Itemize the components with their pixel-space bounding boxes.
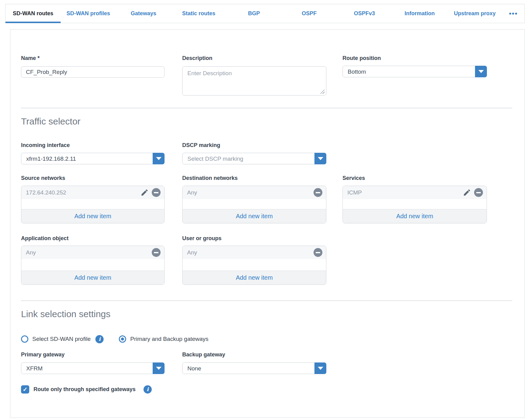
user-or-groups-label: User or groups	[182, 235, 222, 242]
edit-icon[interactable]	[463, 188, 471, 197]
list-item: ICMP	[343, 186, 487, 199]
name-label: Name *	[21, 55, 40, 61]
list-item-value: Any	[187, 189, 314, 196]
list-spacer	[21, 259, 164, 271]
info-icon[interactable]: i	[144, 385, 152, 394]
name-input[interactable]	[21, 66, 165, 78]
route-position-label: Route position	[342, 55, 381, 61]
chevron-down-icon	[478, 70, 484, 73]
dscp-marking-dropdown-button[interactable]	[314, 153, 326, 164]
tab-label: Information	[405, 10, 435, 17]
tab-sd-wan-profiles[interactable]: SD-WAN profiles	[61, 4, 116, 23]
incoming-interface-label: Incoming interface	[21, 142, 70, 149]
tab-ospf[interactable]: OSPF	[282, 4, 337, 23]
tab-label: OSPF	[302, 10, 317, 17]
backup-gateway-value: None	[187, 363, 201, 374]
tab-ospfv3[interactable]: OSPFv3	[337, 4, 392, 23]
chevron-down-icon	[156, 367, 161, 370]
chevron-down-icon	[318, 157, 323, 160]
dscp-marking-placeholder: Select DSCP marking	[187, 153, 243, 164]
primary-gateway-dropdown[interactable]: XFRM	[21, 362, 165, 374]
remove-icon[interactable]	[152, 248, 161, 257]
tab-label: BGP	[248, 10, 260, 17]
route-position-dropdown[interactable]: Bottom	[342, 66, 487, 77]
application-object-add-new-item-button[interactable]: Add new item	[21, 271, 164, 285]
services-add-new-item-button[interactable]: Add new item	[343, 209, 487, 223]
primary-gateway-label: Primary gateway	[21, 352, 65, 358]
radio-primary-backup-gateways[interactable]	[119, 335, 126, 343]
route-only-checkbox[interactable]: ✓	[21, 385, 29, 394]
tab-upstream-proxy[interactable]: Upstream proxy	[447, 4, 502, 23]
list-spacer	[343, 199, 487, 209]
chevron-down-icon	[156, 157, 161, 160]
list-item-value: ICMP	[347, 189, 463, 196]
remove-icon[interactable]	[474, 188, 483, 197]
route-position-dropdown-button[interactable]	[475, 66, 487, 77]
source-networks-label: Source networks	[21, 175, 65, 181]
backup-gateway-dropdown[interactable]: None	[182, 362, 326, 374]
list-spacer	[21, 199, 164, 209]
services-listbox: ICMP Add new item	[342, 186, 487, 223]
source-networks-add-new-item-button[interactable]: Add new item	[21, 209, 164, 223]
tab-label: SD-WAN profiles	[66, 10, 110, 17]
tab-static-routes[interactable]: Static routes	[171, 4, 226, 23]
info-icon[interactable]: i	[95, 335, 104, 343]
tab-bar: SD-WAN routes SD-WAN profiles Gateways S…	[5, 4, 525, 23]
section-divider	[21, 300, 512, 301]
application-object-label: Application object	[21, 235, 69, 242]
backup-gateway-dropdown-button[interactable]	[314, 362, 326, 374]
tab-bgp[interactable]: BGP	[226, 4, 282, 23]
incoming-interface-value: xfrm1-192.168.2.11	[26, 153, 76, 164]
list-item: 172.64.240.252	[21, 186, 164, 199]
dscp-marking-dropdown[interactable]: Select DSCP marking	[182, 153, 326, 164]
section-divider	[21, 108, 512, 108]
list-spacer	[183, 259, 326, 271]
tab-information[interactable]: Information	[392, 4, 447, 23]
application-object-listbox: Any Add new item	[21, 246, 165, 285]
remove-icon[interactable]	[314, 248, 322, 257]
tab-gateways[interactable]: Gateways	[116, 4, 171, 23]
edit-icon[interactable]	[140, 188, 149, 197]
remove-icon[interactable]	[152, 188, 161, 197]
backup-gateway-label: Backup gateway	[182, 352, 225, 358]
services-label: Services	[342, 175, 365, 181]
incoming-interface-dropdown-button[interactable]	[153, 153, 165, 164]
tab-label: Gateways	[131, 10, 156, 17]
list-item: Any	[183, 246, 326, 259]
list-item-value: Any	[187, 249, 314, 256]
list-spacer	[183, 199, 326, 209]
description-textarea[interactable]: Enter Description	[182, 66, 326, 96]
resize-handle-icon[interactable]	[320, 89, 325, 94]
route-only-label: Route only through specified gateways	[34, 386, 136, 393]
primary-gateway-value: XFRM	[26, 363, 43, 374]
ellipsis-icon: •••	[509, 12, 518, 15]
route-position-value: Bottom	[348, 66, 366, 77]
list-item: Any	[21, 246, 164, 259]
chevron-down-icon	[318, 367, 323, 370]
sd-wan-route-editor: SD-WAN routes SD-WAN profiles Gateways S…	[0, 0, 532, 420]
list-item: Any	[183, 186, 326, 199]
dscp-marking-label: DSCP marking	[182, 142, 220, 149]
description-label: Description	[182, 55, 212, 61]
tab-more-button[interactable]: •••	[502, 4, 524, 23]
list-item-value: Any	[26, 249, 152, 256]
primary-gateway-dropdown-button[interactable]	[153, 362, 165, 374]
source-networks-listbox: 172.64.240.252 Add new item	[21, 186, 165, 223]
tab-sd-wan-routes[interactable]: SD-WAN routes	[5, 4, 61, 23]
destination-networks-add-new-item-button[interactable]: Add new item	[183, 209, 326, 223]
radio-label: Primary and Backup gateways	[130, 336, 208, 342]
traffic-selector-heading: Traffic selector	[21, 116, 80, 127]
list-item-value: 172.64.240.252	[26, 189, 140, 196]
tab-label: Upstream proxy	[454, 10, 496, 17]
tab-label: SD-WAN routes	[13, 10, 53, 17]
route-form-card: Name * Description Enter Description Rou…	[10, 29, 525, 418]
radio-label: Select SD-WAN profile	[32, 336, 90, 342]
description-placeholder: Enter Description	[187, 70, 232, 77]
radio-select-sd-wan-profile[interactable]	[21, 335, 28, 343]
incoming-interface-dropdown[interactable]: xfrm1-192.168.2.11	[21, 153, 165, 164]
tab-label: Static routes	[182, 10, 215, 17]
destination-networks-label: Destination networks	[182, 175, 238, 181]
route-only-row: ✓ Route only through specified gateways …	[21, 385, 152, 394]
user-or-groups-add-new-item-button[interactable]: Add new item	[183, 271, 326, 285]
remove-icon[interactable]	[314, 188, 322, 197]
